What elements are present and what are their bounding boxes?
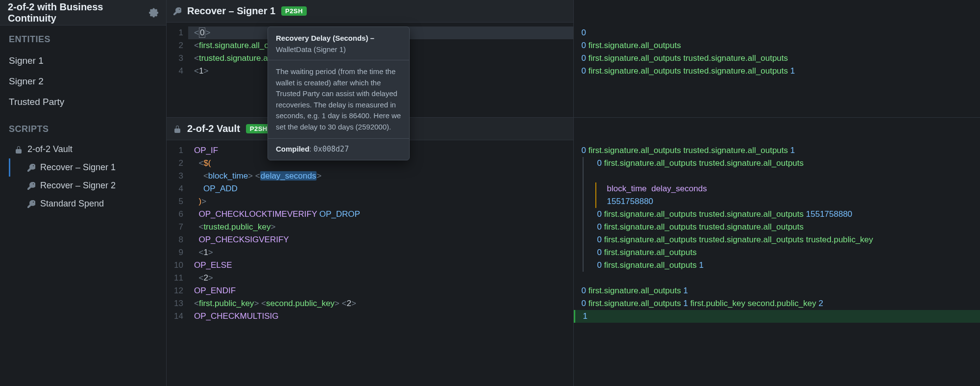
top-stack-trace[interactable]: 00 first.signature.all_outputs0 first.si… <box>574 23 980 117</box>
entity-trusted-party[interactable]: Trusted Party <box>0 92 166 112</box>
tooltip-title: Recovery Delay (Seconds) – <box>276 34 374 42</box>
stack-header-spacer <box>574 0 980 23</box>
lock-icon <box>173 125 181 133</box>
entity-signer-2[interactable]: Signer 2 <box>0 71 166 92</box>
gear-icon[interactable] <box>149 8 158 18</box>
top-editor-title: Recover – Signer 1 <box>187 5 275 17</box>
script-root-vault[interactable]: 2-of-2 Vault <box>0 140 166 158</box>
top-editor-pane: Recover – Signer 1 P2SH 1234 <0> <first.… <box>167 0 574 117</box>
script-sub-label: Recover – Signer 2 <box>40 180 116 191</box>
entity-signer-1[interactable]: Signer 1 <box>0 51 166 71</box>
top-editor-header: Recover – Signer 1 P2SH <box>167 0 573 23</box>
tooltip-footer: Compiled: 0x008d27 <box>268 139 409 160</box>
script-recover-signer-1[interactable]: Recover – Signer 1 <box>0 158 166 177</box>
bottom-editor[interactable]: 1234567891011121314 OP_IF <$( <block_tim… <box>167 140 573 386</box>
script-sub-label: Recover – Signer 1 <box>40 162 116 173</box>
script-recover-signer-2[interactable]: Recover – Signer 2 <box>0 177 166 195</box>
key-icon <box>173 7 181 15</box>
script-sub-label: Standard Spend <box>40 199 104 209</box>
hover-tooltip: Recovery Delay (Seconds) – WalletData (S… <box>268 26 410 160</box>
sidebar: 2-of-2 with Business Continuity ENTITIES… <box>0 0 167 386</box>
scripts-section: SCRIPTS 2-of-2 Vault Recover – Signer 1 … <box>0 115 166 216</box>
sidebar-header: 2-of-2 with Business Continuity <box>0 0 166 26</box>
bottom-stack-pane: 0 first.signature.all_outputs trusted.si… <box>574 118 980 386</box>
app-root: 2-of-2 with Business Continuity ENTITIES… <box>0 0 980 386</box>
line-gutter: 1234567891011121314 <box>167 140 188 386</box>
scripts-header: SCRIPTS <box>0 124 166 140</box>
p2sh-badge: P2SH <box>281 6 307 16</box>
entities-header: ENTITIES <box>0 34 166 51</box>
compiled-value: 0x008d27 <box>314 145 349 154</box>
project-title: 2-of-2 with Business Continuity <box>8 1 149 24</box>
code-area[interactable]: OP_IF <$( <block_time> <delay_seconds> O… <box>188 140 573 386</box>
lock-icon <box>15 146 23 154</box>
key-icon <box>27 200 35 208</box>
main-area: Recover – Signer 1 P2SH 1234 <0> <first.… <box>167 0 980 386</box>
top-pane: Recover – Signer 1 P2SH 1234 <0> <first.… <box>167 0 980 118</box>
tooltip-header: Recovery Delay (Seconds) – WalletData (S… <box>268 27 409 60</box>
tooltip-subtitle: WalletData (Signer 1) <box>276 45 346 53</box>
key-icon <box>27 164 35 172</box>
script-root-label: 2-of-2 Vault <box>27 144 73 154</box>
tooltip-body: The waiting period (from the time the wa… <box>268 60 409 139</box>
key-icon <box>27 182 35 190</box>
line-gutter: 1234 <box>167 23 188 117</box>
bottom-stack-trace[interactable]: 0 first.signature.all_outputs trusted.si… <box>574 140 980 386</box>
stack-header-spacer <box>574 118 980 140</box>
script-standard-spend[interactable]: Standard Spend <box>0 195 166 213</box>
top-stack-pane: 00 first.signature.all_outputs0 first.si… <box>574 0 980 117</box>
entities-section: ENTITIES Signer 1 Signer 2 Trusted Party <box>0 26 166 115</box>
bottom-editor-title: 2-of-2 Vault <box>187 123 240 134</box>
compiled-label: Compiled <box>276 145 309 153</box>
